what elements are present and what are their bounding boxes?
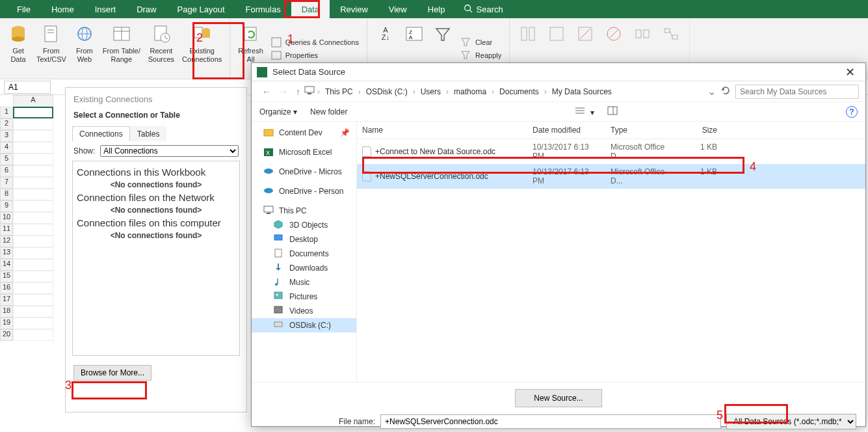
row-header-18[interactable]: 18 [0, 306, 13, 317]
tree-music[interactable]: Music [252, 275, 356, 290]
cell-a17[interactable] [13, 294, 53, 306]
ec-tab-tables[interactable]: Tables [130, 126, 167, 141]
row-header-7[interactable]: 7 [0, 177, 13, 189]
queries-connections-button[interactable]: Queries & Connections [267, 36, 363, 49]
row-header-20[interactable]: 20 [0, 329, 13, 341]
clear-button[interactable]: Clear [457, 36, 505, 49]
crumb-users[interactable]: Users [418, 86, 443, 98]
get-data-button[interactable]: Get Data [4, 21, 33, 76]
row-header-12[interactable]: 12 [0, 236, 13, 247]
column-header-name[interactable]: Name [357, 122, 527, 139]
tree-desktop[interactable]: Desktop [252, 232, 356, 247]
cell-a4[interactable] [13, 142, 53, 154]
refresh-folder-icon[interactable] [721, 86, 730, 98]
row-header-15[interactable]: 15 [0, 271, 13, 282]
reapply-button[interactable]: Reapply [457, 49, 505, 62]
tree-downloads[interactable]: Downloads [252, 261, 356, 275]
from-table-button[interactable]: From Table/ Range [99, 21, 144, 76]
menu-help[interactable]: Help [417, 0, 456, 18]
preview-pane-icon[interactable] [607, 106, 618, 117]
filename-input[interactable] [380, 414, 721, 429]
cell-a1[interactable] [13, 107, 53, 118]
cell-a12[interactable] [13, 236, 53, 247]
tree-excel[interactable]: XMicrosoft Excel [252, 145, 356, 159]
tree-this-pc[interactable]: This PC [252, 204, 356, 218]
cell-a11[interactable] [13, 224, 53, 236]
row-header-19[interactable]: 19 [0, 317, 13, 329]
crumb-dropdown-icon[interactable]: ⌄ [707, 85, 716, 98]
menu-file[interactable]: File [7, 0, 41, 18]
row-header-13[interactable]: 13 [0, 247, 13, 259]
menu-view[interactable]: View [378, 0, 417, 18]
cell-a10[interactable] [13, 212, 53, 224]
tree-content-dev[interactable]: Content Dev📌 [252, 126, 356, 140]
from-text-button[interactable]: From Text/CSV [33, 21, 70, 76]
cell-a16[interactable] [13, 282, 53, 294]
organize-button[interactable]: Organize ▾ [259, 107, 297, 116]
file-filter-select[interactable]: All Data Sources (*.odc;*.mdb;* [726, 414, 856, 429]
tree-videos[interactable]: Videos [252, 304, 356, 318]
cell-a3[interactable] [13, 130, 53, 142]
row-header-8[interactable]: 8 [0, 189, 13, 200]
menu-data[interactable]: Data [291, 0, 330, 18]
cell-a8[interactable] [13, 189, 53, 200]
tree-onedrive-person[interactable]: OneDrive - Person [252, 184, 356, 198]
menu-review[interactable]: Review [330, 0, 378, 18]
new-folder-button[interactable]: New folder [310, 107, 347, 116]
menu-formulas[interactable]: Formulas [235, 0, 291, 18]
name-box[interactable] [4, 81, 51, 94]
existing-connections-button[interactable]: Existing Connections [178, 21, 226, 76]
browse-for-more-button[interactable]: Browse for More... [73, 365, 151, 381]
crumb-osdisk[interactable]: OSDisk (C:) [363, 86, 410, 98]
help-icon[interactable]: ? [846, 106, 858, 118]
tree-onedrive-micros[interactable]: OneDrive - Micros [252, 165, 356, 179]
cell-a19[interactable] [13, 317, 53, 329]
recent-sources-button[interactable]: Recent Sources [144, 21, 178, 76]
cell-a5[interactable] [13, 154, 53, 165]
dialog-search-input[interactable] [735, 85, 859, 99]
row-header-1[interactable]: 1 [0, 107, 13, 118]
cell-a14[interactable] [13, 259, 53, 271]
file-row[interactable]: +NewSQLServerConnection.odc 10/13/2017 6… [357, 164, 865, 189]
row-header-2[interactable]: 2 [0, 118, 13, 130]
file-row[interactable]: +Connect to New Data Source.odc 10/13/20… [357, 139, 865, 164]
row-header-16[interactable]: 16 [0, 282, 13, 294]
column-header-size[interactable]: Size [683, 122, 722, 139]
cell-a9[interactable] [13, 200, 53, 212]
row-header-6[interactable]: 6 [0, 165, 13, 177]
nav-up-button[interactable]: ↑ [292, 87, 304, 97]
row-header-14[interactable]: 14 [0, 259, 13, 271]
cell-a6[interactable] [13, 165, 53, 177]
cell-a13[interactable] [13, 247, 53, 259]
crumb-this-pc[interactable]: This PC [322, 86, 356, 98]
tree-pictures[interactable]: Pictures [252, 290, 356, 304]
cell-a7[interactable] [13, 177, 53, 189]
menu-draw[interactable]: Draw [126, 0, 166, 18]
properties-button[interactable]: Properties [267, 49, 363, 62]
column-header-date[interactable]: Date modified [527, 122, 605, 139]
row-header-17[interactable]: 17 [0, 294, 13, 306]
menu-search[interactable]: Search [456, 4, 511, 15]
cell-a18[interactable] [13, 306, 53, 317]
cell-a15[interactable] [13, 271, 53, 282]
from-web-button[interactable]: From Web [70, 21, 99, 76]
col-header-a[interactable]: A [13, 95, 53, 107]
close-icon[interactable]: ✕ [840, 65, 860, 79]
crumb-my-data-sources[interactable]: My Data Sources [549, 86, 614, 98]
row-header-5[interactable]: 5 [0, 154, 13, 165]
column-header-type[interactable]: Type [605, 122, 683, 139]
row-header-11[interactable]: 11 [0, 224, 13, 236]
nav-forward-button[interactable]: → [275, 87, 292, 97]
view-options-icon[interactable]: ▾ [575, 106, 594, 117]
crumb-mathoma[interactable]: mathoma [451, 86, 489, 98]
menu-page-layout[interactable]: Page Layout [167, 0, 235, 18]
tree-3d-objects[interactable]: 3D Objects [252, 218, 356, 232]
ec-show-select[interactable]: All Connections [100, 145, 239, 157]
cell-a2[interactable] [13, 118, 53, 130]
cell-a20[interactable] [13, 329, 53, 341]
nav-back-button[interactable]: ← [258, 87, 275, 97]
ec-tab-connections[interactable]: Connections [72, 126, 130, 141]
tree-documents[interactable]: Documents [252, 247, 356, 261]
menu-insert[interactable]: Insert [85, 0, 127, 18]
row-header-3[interactable]: 3 [0, 130, 13, 142]
